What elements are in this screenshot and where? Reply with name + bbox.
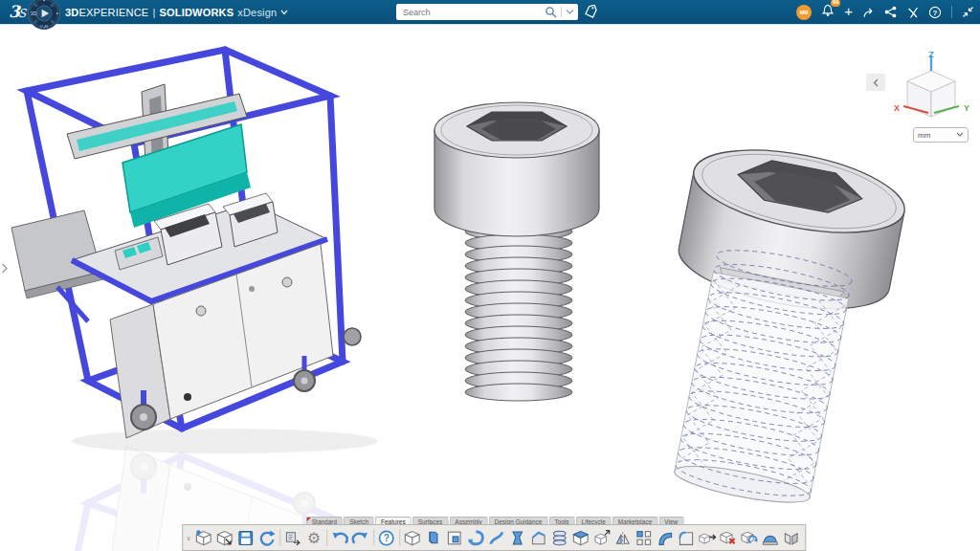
replace-face-icon (740, 529, 758, 547)
redo-button[interactable] (350, 527, 371, 549)
share-icon[interactable] (862, 7, 875, 18)
ribbon-collapse-chevron[interactable]: v (186, 535, 193, 541)
topbar-actions: MB 99 + ? (796, 0, 974, 24)
loft-icon (508, 529, 526, 547)
avatar[interactable]: MB (796, 5, 812, 20)
toolbar-separator (373, 529, 374, 546)
toolbar-separator (279, 529, 280, 546)
search-scope-chevron-icon[interactable] (566, 9, 574, 15)
notifications-button[interactable]: 99 (821, 3, 835, 21)
rib-icon (656, 529, 674, 547)
view-triad[interactable]: Z X Y (888, 50, 979, 124)
chevron-left-icon (873, 78, 879, 87)
primitive-box-icon (403, 529, 421, 547)
app-title: 3DEXPERIENCE | SOLIDWORKS xDesign (65, 0, 288, 24)
export-icon (283, 529, 301, 547)
delete-face-button[interactable] (718, 527, 739, 549)
loft-button[interactable] (507, 527, 528, 549)
revolve-icon (466, 529, 484, 547)
coil-button[interactable] (549, 527, 570, 549)
replace-face-button[interactable] (739, 527, 760, 549)
z-axis-label: Z (928, 50, 934, 59)
pocket-icon (445, 529, 463, 547)
sweep-button[interactable] (486, 527, 507, 549)
collapse-panel-button[interactable] (866, 74, 885, 91)
product-name: SOLIDWORKS (159, 7, 234, 18)
undo-button[interactable] (329, 527, 350, 549)
undo-icon (330, 529, 348, 547)
unsaved-flag (307, 518, 311, 521)
notification-badge: 99 (831, 0, 840, 7)
draft-button[interactable] (591, 527, 612, 549)
svg-text:⚙: ⚙ (307, 529, 321, 547)
swym-icon[interactable] (906, 6, 919, 18)
svg-text:?: ? (384, 533, 390, 543)
collapse-icon[interactable] (962, 6, 974, 18)
redo-icon (351, 529, 369, 547)
dome-icon (761, 529, 779, 547)
app-name[interactable]: xDesign (237, 7, 277, 18)
pocket-button[interactable] (444, 527, 465, 549)
search-input[interactable] (396, 8, 545, 17)
extrude-icon (424, 529, 442, 547)
split-button[interactable] (781, 527, 802, 549)
screw-ghost-model[interactable] (635, 135, 911, 517)
search-divider (561, 7, 562, 17)
convert-button[interactable] (214, 527, 235, 549)
reload-button[interactable] (256, 527, 278, 549)
delete-face-icon (719, 529, 737, 547)
primitive-box-button[interactable] (402, 527, 423, 549)
export-button[interactable] (282, 527, 303, 549)
tag-button[interactable] (582, 4, 599, 20)
search-icon[interactable] (545, 6, 557, 18)
screw-solid-model[interactable] (434, 102, 599, 401)
gear-icon: ⚙ (304, 529, 323, 547)
x-axis-label: X (894, 103, 900, 113)
chevron-down-icon (956, 132, 964, 138)
move-face-button[interactable] (697, 527, 718, 549)
new-part-button[interactable] (193, 527, 214, 549)
rib-button[interactable] (655, 527, 676, 549)
split-icon (782, 529, 800, 547)
sweep-icon (487, 529, 505, 547)
ribbon-toolbar: v ⚙ ? (182, 524, 806, 551)
revolve-button[interactable] (465, 527, 486, 549)
pattern-button[interactable] (634, 527, 655, 549)
thicken-button[interactable] (570, 527, 591, 549)
toolbar-separator (399, 529, 400, 546)
title-divider: | (152, 7, 155, 18)
chevron-right-icon (1, 263, 9, 274)
app-window: 3 S 3D V+R 3DEXPERIENCE | SOLIDWORKS xDe… (0, 0, 980, 551)
save-button[interactable] (235, 527, 256, 549)
help-button[interactable]: ? (376, 527, 397, 549)
dome-button[interactable] (760, 527, 781, 549)
draft-icon (592, 529, 611, 547)
search-bar[interactable] (396, 4, 578, 20)
thicken-icon (571, 529, 590, 547)
chevron-down-icon[interactable] (280, 10, 288, 15)
reload-icon (257, 529, 276, 547)
top-bar: 3 S 3D V+R 3DEXPERIENCE | SOLIDWORKS xDe… (0, 0, 980, 25)
toolbar-separator (326, 529, 327, 546)
units-dropdown[interactable]: mm (913, 127, 969, 143)
add-button[interactable]: + (844, 4, 853, 18)
viewport-canvas[interactable] (0, 0, 980, 551)
topbar-divider (951, 6, 952, 18)
options-button[interactable]: ⚙ (303, 527, 324, 549)
3dexperience-compass-icon[interactable]: 3D V+R (26, 0, 62, 32)
fillet-button[interactable] (676, 527, 697, 549)
mirror-button[interactable] (612, 527, 634, 549)
svg-text:V+R: V+R (40, 24, 48, 29)
coil-icon (550, 529, 568, 547)
svg-text:?: ? (933, 9, 938, 17)
help-icon[interactable]: ? (928, 6, 942, 19)
machine-model[interactable] (11, 50, 378, 453)
new-part-icon (194, 529, 212, 547)
expand-panel-handle[interactable] (1, 260, 9, 277)
extrude-button[interactable] (423, 527, 444, 549)
move-face-icon (698, 529, 716, 547)
chamfer-button[interactable] (528, 527, 549, 549)
share-network-icon[interactable] (884, 6, 897, 18)
convert-icon (215, 529, 234, 547)
brand-experience: EXPERIENCE (78, 7, 148, 18)
